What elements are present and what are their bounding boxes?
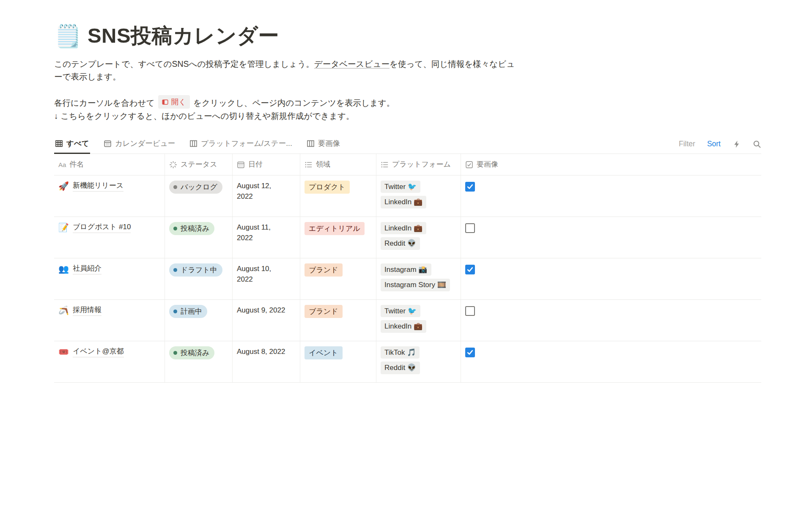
platform-cell[interactable]: LinkedIn 💼 Reddit 👽: [376, 217, 461, 258]
platform-cell[interactable]: TikTok 🎵 Reddit 👽: [376, 341, 461, 382]
status-cell[interactable]: 計画中: [165, 300, 233, 341]
platform-tag[interactable]: Reddit 👽: [381, 362, 420, 374]
date-cell[interactable]: August 12, 2022: [233, 175, 300, 217]
status-label: ドラフト中: [181, 265, 217, 276]
platform-tag[interactable]: LinkedIn 💼: [381, 222, 426, 235]
status-pill[interactable]: 投稿済み: [169, 346, 214, 360]
date-line: August 10,: [237, 263, 296, 274]
platform-tag[interactable]: Twitter 🐦: [381, 181, 420, 193]
open-button[interactable]: 開く: [158, 95, 190, 109]
open-page-icon: [162, 99, 168, 105]
platform-cell[interactable]: Instagram 📸 Instagram Story 🎞️: [376, 258, 461, 299]
region-pill[interactable]: ブランド: [304, 305, 343, 318]
region-pill[interactable]: イベント: [304, 346, 343, 360]
status-property-icon: [169, 161, 177, 169]
status-pill[interactable]: ドラフト中: [169, 263, 222, 277]
platform-tag[interactable]: Twitter 🐦: [381, 305, 420, 318]
row-icon: 🪃: [58, 305, 69, 316]
row-icon: 🚀: [58, 181, 69, 192]
table-row: 👥 社員紹介 ドラフト中 August 10, 2022 ブランド Instag…: [54, 258, 761, 300]
row-icon: 🎟️: [58, 346, 69, 357]
database-view-link[interactable]: データベースビュー: [314, 59, 390, 69]
status-pill[interactable]: 計画中: [169, 305, 207, 318]
region-cell[interactable]: ブランド: [300, 258, 376, 299]
column-label: 領域: [316, 159, 330, 170]
row-title-cell[interactable]: 🎟️ イベント@京都: [54, 341, 165, 382]
region-cell[interactable]: エディトリアル: [300, 217, 376, 258]
status-label: 計画中: [181, 306, 202, 317]
platform-tag[interactable]: Instagram 📸: [381, 263, 431, 276]
lightning-icon[interactable]: [732, 140, 741, 148]
column-label: 日付: [248, 159, 263, 170]
region-pill[interactable]: エディトリアル: [304, 222, 365, 236]
image-required-cell: [461, 341, 761, 382]
tab-calendar-view[interactable]: カレンダービュー: [103, 134, 176, 154]
column-label: 要画像: [477, 159, 498, 170]
image-required-checkbox[interactable]: [465, 306, 475, 316]
date-cell[interactable]: August 11, 2022: [233, 217, 300, 258]
tab-platform-status[interactable]: プラットフォーム/ステー...: [189, 134, 293, 154]
status-cell[interactable]: 投稿済み: [165, 341, 233, 382]
status-cell[interactable]: 投稿済み: [165, 217, 233, 258]
tab-label: プラットフォーム/ステー...: [201, 138, 292, 148]
row-title-cell[interactable]: 🚀 新機能リリース: [54, 175, 165, 217]
image-required-cell: [461, 258, 761, 299]
image-required-cell: [461, 175, 761, 217]
status-cell[interactable]: バックログ: [165, 175, 233, 217]
row-title-cell[interactable]: 👥 社員紹介: [54, 258, 165, 299]
tab-all[interactable]: すべて: [54, 134, 90, 154]
row-title: ブログポスト #10: [73, 222, 131, 233]
row-icon: 👥: [58, 263, 69, 274]
column-header-image-required[interactable]: 要画像: [461, 154, 761, 175]
status-pill[interactable]: バックログ: [169, 181, 222, 194]
instruction-line-2: ↓ こちらをクリックすると、ほかのビューへの切り替えや新規作成ができます。: [54, 110, 812, 123]
search-icon[interactable]: [753, 140, 761, 148]
status-dot: [173, 227, 177, 230]
date-cell[interactable]: August 8, 2022: [233, 341, 300, 382]
region-cell[interactable]: プロダクト: [300, 175, 376, 217]
image-required-checkbox[interactable]: [465, 223, 475, 233]
column-header-status[interactable]: ステータス: [165, 154, 233, 175]
sort-button[interactable]: Sort: [707, 140, 721, 148]
region-cell[interactable]: イベント: [300, 341, 376, 382]
date-cell[interactable]: August 9, 2022: [233, 300, 300, 341]
date-line: August 11,: [237, 222, 296, 233]
open-button-label: 開く: [171, 96, 186, 108]
page-icon[interactable]: 🗒️: [54, 25, 82, 47]
date-cell[interactable]: August 10, 2022: [233, 258, 300, 299]
tab-image-required[interactable]: 要画像: [306, 134, 341, 154]
table-row: 🪃 採用情報 計画中 August 9, 2022 ブランド Twitter 🐦…: [54, 300, 761, 341]
image-required-checkbox[interactable]: [465, 265, 475, 274]
platform-tag[interactable]: LinkedIn 💼: [381, 196, 426, 208]
row-title-cell[interactable]: 🪃 採用情報: [54, 300, 165, 341]
filter-button[interactable]: Filter: [679, 140, 695, 148]
calendar-icon: [237, 161, 245, 169]
tab-label: すべて: [66, 138, 89, 148]
table-row: 🚀 新機能リリース バックログ August 12, 2022 プロダクト Tw…: [54, 175, 761, 217]
region-cell[interactable]: ブランド: [300, 300, 376, 341]
column-header-platform[interactable]: プラットフォーム: [376, 154, 461, 175]
region-pill[interactable]: ブランド: [304, 263, 343, 277]
status-cell[interactable]: ドラフト中: [165, 258, 233, 299]
image-required-checkbox[interactable]: [465, 182, 475, 192]
status-pill[interactable]: 投稿済み: [169, 222, 214, 236]
row-title-cell[interactable]: 📝 ブログポスト #10: [54, 217, 165, 258]
tab-label: カレンダービュー: [115, 138, 175, 148]
column-header-date[interactable]: 日付: [233, 154, 300, 175]
page-description: このテンプレートで、すべてのSNSへの投稿予定を管理しましょう。データベースビュ…: [54, 58, 521, 83]
platform-tag[interactable]: TikTok 🎵: [381, 346, 420, 359]
platform-cell[interactable]: Twitter 🐦 LinkedIn 💼: [376, 175, 461, 217]
status-label: バックログ: [181, 182, 217, 193]
instruction-text2: をクリックし、ページ内のコンテンツを表示します。: [193, 98, 395, 107]
platform-tag[interactable]: LinkedIn 💼: [381, 320, 426, 333]
check-icon: [466, 266, 474, 273]
table-row: 🎟️ イベント@京都 投稿済み August 8, 2022 イベント TikT…: [54, 341, 761, 383]
region-pill[interactable]: プロダクト: [304, 181, 350, 194]
table-header-row: Aa 件名 ステータス 日付 領域 プラットフォーム 要画像: [54, 154, 761, 175]
platform-tag[interactable]: Reddit 👽: [381, 237, 420, 250]
column-header-title[interactable]: Aa 件名: [54, 154, 165, 175]
image-required-checkbox[interactable]: [465, 348, 475, 357]
platform-tag[interactable]: Instagram Story 🎞️: [381, 279, 450, 291]
platform-cell[interactable]: Twitter 🐦 LinkedIn 💼: [376, 300, 461, 341]
column-header-region[interactable]: 領域: [300, 154, 376, 175]
